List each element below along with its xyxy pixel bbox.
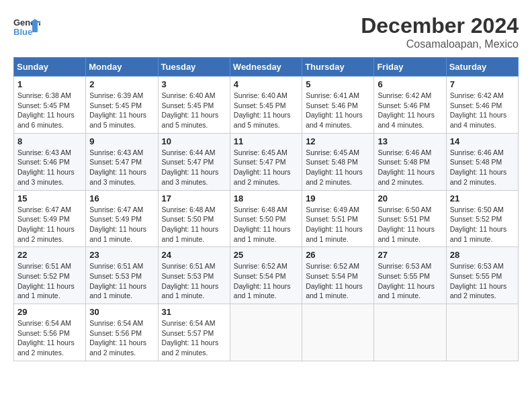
day-info: Sunrise: 6:43 AMSunset: 5:46 PMDaylight:… xyxy=(17,148,82,187)
day-info: Sunrise: 6:52 AMSunset: 5:54 PMDaylight:… xyxy=(306,261,370,301)
calendar-cell: 26Sunrise: 6:52 AMSunset: 5:54 PMDayligh… xyxy=(302,247,374,304)
day-number: 24 xyxy=(162,250,226,260)
day-info: Sunrise: 6:40 AMSunset: 5:45 PMDaylight:… xyxy=(234,91,298,130)
calendar-cell: 2Sunrise: 6:39 AMSunset: 5:45 PMDaylight… xyxy=(86,77,158,134)
calendar-cell: 9Sunrise: 6:43 AMSunset: 5:47 PMDaylight… xyxy=(86,133,158,190)
day-number: 26 xyxy=(306,250,370,260)
calendar-cell: 14Sunrise: 6:46 AMSunset: 5:48 PMDayligh… xyxy=(446,133,518,190)
weekday-header: Friday xyxy=(374,58,446,77)
day-info: Sunrise: 6:54 AMSunset: 5:57 PMDaylight:… xyxy=(162,318,226,358)
day-number: 3 xyxy=(162,79,226,89)
day-info: Sunrise: 6:40 AMSunset: 5:45 PMDaylight:… xyxy=(162,91,226,130)
calendar-cell: 30Sunrise: 6:54 AMSunset: 5:56 PMDayligh… xyxy=(86,304,158,361)
day-number: 14 xyxy=(450,136,515,146)
calendar-body: 1Sunrise: 6:38 AMSunset: 5:45 PMDaylight… xyxy=(14,77,519,361)
calendar-cell: 31Sunrise: 6:54 AMSunset: 5:57 PMDayligh… xyxy=(158,304,230,361)
day-number: 19 xyxy=(306,193,370,203)
day-number: 7 xyxy=(450,79,515,89)
day-number: 30 xyxy=(89,307,154,317)
day-info: Sunrise: 6:42 AMSunset: 5:46 PMDaylight:… xyxy=(378,91,442,130)
calendar-cell: 17Sunrise: 6:48 AMSunset: 5:50 PMDayligh… xyxy=(158,190,230,247)
day-info: Sunrise: 6:46 AMSunset: 5:48 PMDaylight:… xyxy=(378,148,442,187)
calendar-week-row: 15Sunrise: 6:47 AMSunset: 5:49 PMDayligh… xyxy=(14,190,519,247)
day-number: 16 xyxy=(89,193,154,203)
calendar-cell: 7Sunrise: 6:42 AMSunset: 5:46 PMDaylight… xyxy=(446,77,518,134)
calendar-week-row: 8Sunrise: 6:43 AMSunset: 5:46 PMDaylight… xyxy=(14,133,519,190)
days-of-week-row: SundayMondayTuesdayWednesdayThursdayFrid… xyxy=(14,58,519,77)
day-info: Sunrise: 6:43 AMSunset: 5:47 PMDaylight:… xyxy=(89,148,154,187)
day-info: Sunrise: 6:53 AMSunset: 5:55 PMDaylight:… xyxy=(450,261,515,301)
day-info: Sunrise: 6:51 AMSunset: 5:53 PMDaylight:… xyxy=(89,261,154,301)
calendar-header: SundayMondayTuesdayWednesdayThursdayFrid… xyxy=(14,58,519,77)
day-number: 28 xyxy=(450,250,515,260)
calendar-cell: 11Sunrise: 6:45 AMSunset: 5:47 PMDayligh… xyxy=(230,133,302,190)
day-info: Sunrise: 6:53 AMSunset: 5:55 PMDaylight:… xyxy=(378,261,442,301)
day-info: Sunrise: 6:48 AMSunset: 5:50 PMDaylight:… xyxy=(162,205,226,244)
day-info: Sunrise: 6:50 AMSunset: 5:51 PMDaylight:… xyxy=(378,205,442,244)
logo-icon: General Blue xyxy=(13,13,40,40)
calendar-cell xyxy=(230,304,302,361)
calendar-week-row: 29Sunrise: 6:54 AMSunset: 5:56 PMDayligh… xyxy=(14,304,519,361)
day-info: Sunrise: 6:54 AMSunset: 5:56 PMDaylight:… xyxy=(89,318,154,358)
calendar-cell: 27Sunrise: 6:53 AMSunset: 5:55 PMDayligh… xyxy=(374,247,446,304)
calendar-cell: 18Sunrise: 6:48 AMSunset: 5:50 PMDayligh… xyxy=(230,190,302,247)
calendar-cell xyxy=(374,304,446,361)
calendar-cell: 21Sunrise: 6:50 AMSunset: 5:52 PMDayligh… xyxy=(446,190,518,247)
day-info: Sunrise: 6:45 AMSunset: 5:48 PMDaylight:… xyxy=(306,148,370,187)
weekday-header: Wednesday xyxy=(230,58,302,77)
weekday-header: Sunday xyxy=(14,58,86,77)
calendar-cell xyxy=(446,304,518,361)
header: General Blue December 2024 Cosamaloapan,… xyxy=(13,13,519,50)
calendar-cell: 19Sunrise: 6:49 AMSunset: 5:51 PMDayligh… xyxy=(302,190,374,247)
svg-text:Blue: Blue xyxy=(13,27,32,37)
day-info: Sunrise: 6:47 AMSunset: 5:49 PMDaylight:… xyxy=(17,205,82,244)
day-number: 25 xyxy=(234,250,298,260)
calendar-cell: 1Sunrise: 6:38 AMSunset: 5:45 PMDaylight… xyxy=(14,77,86,134)
calendar-cell: 28Sunrise: 6:53 AMSunset: 5:55 PMDayligh… xyxy=(446,247,518,304)
day-info: Sunrise: 6:44 AMSunset: 5:47 PMDaylight:… xyxy=(162,148,226,187)
day-number: 12 xyxy=(306,136,370,146)
weekday-header: Thursday xyxy=(302,58,374,77)
calendar-cell: 22Sunrise: 6:51 AMSunset: 5:52 PMDayligh… xyxy=(14,247,86,304)
calendar-cell: 23Sunrise: 6:51 AMSunset: 5:53 PMDayligh… xyxy=(86,247,158,304)
day-number: 4 xyxy=(234,79,298,89)
day-number: 20 xyxy=(378,193,442,203)
calendar-cell: 10Sunrise: 6:44 AMSunset: 5:47 PMDayligh… xyxy=(158,133,230,190)
calendar-cell: 5Sunrise: 6:41 AMSunset: 5:46 PMDaylight… xyxy=(302,77,374,134)
calendar-cell: 16Sunrise: 6:47 AMSunset: 5:49 PMDayligh… xyxy=(86,190,158,247)
day-number: 13 xyxy=(378,136,442,146)
day-number: 8 xyxy=(17,136,82,146)
day-number: 27 xyxy=(378,250,442,260)
calendar-cell: 13Sunrise: 6:46 AMSunset: 5:48 PMDayligh… xyxy=(374,133,446,190)
day-number: 15 xyxy=(17,193,82,203)
day-info: Sunrise: 6:47 AMSunset: 5:49 PMDaylight:… xyxy=(89,205,154,244)
calendar-cell: 25Sunrise: 6:52 AMSunset: 5:54 PMDayligh… xyxy=(230,247,302,304)
day-number: 18 xyxy=(234,193,298,203)
day-info: Sunrise: 6:38 AMSunset: 5:45 PMDaylight:… xyxy=(17,91,82,130)
title-area: December 2024 Cosamaloapan, Mexico xyxy=(361,13,519,50)
weekday-header: Saturday xyxy=(446,58,518,77)
day-number: 9 xyxy=(89,136,154,146)
day-info: Sunrise: 6:48 AMSunset: 5:50 PMDaylight:… xyxy=(234,205,298,244)
day-info: Sunrise: 6:45 AMSunset: 5:47 PMDaylight:… xyxy=(234,148,298,187)
calendar-cell: 24Sunrise: 6:51 AMSunset: 5:53 PMDayligh… xyxy=(158,247,230,304)
day-number: 2 xyxy=(89,79,154,89)
day-info: Sunrise: 6:39 AMSunset: 5:45 PMDaylight:… xyxy=(89,91,154,130)
day-info: Sunrise: 6:49 AMSunset: 5:51 PMDaylight:… xyxy=(306,205,370,244)
day-number: 6 xyxy=(378,79,442,89)
day-number: 11 xyxy=(234,136,298,146)
day-number: 23 xyxy=(89,250,154,260)
calendar-cell: 12Sunrise: 6:45 AMSunset: 5:48 PMDayligh… xyxy=(302,133,374,190)
day-number: 29 xyxy=(17,307,82,317)
day-info: Sunrise: 6:54 AMSunset: 5:56 PMDaylight:… xyxy=(17,318,82,358)
logo: General Blue xyxy=(13,13,44,40)
calendar-cell: 6Sunrise: 6:42 AMSunset: 5:46 PMDaylight… xyxy=(374,77,446,134)
day-info: Sunrise: 6:52 AMSunset: 5:54 PMDaylight:… xyxy=(234,261,298,301)
weekday-header: Monday xyxy=(86,58,158,77)
calendar-cell: 20Sunrise: 6:50 AMSunset: 5:51 PMDayligh… xyxy=(374,190,446,247)
day-info: Sunrise: 6:51 AMSunset: 5:52 PMDaylight:… xyxy=(17,261,82,301)
calendar-week-row: 22Sunrise: 6:51 AMSunset: 5:52 PMDayligh… xyxy=(14,247,519,304)
calendar: SundayMondayTuesdayWednesdayThursdayFrid… xyxy=(13,57,519,361)
day-number: 22 xyxy=(17,250,82,260)
day-info: Sunrise: 6:51 AMSunset: 5:53 PMDaylight:… xyxy=(162,261,226,301)
